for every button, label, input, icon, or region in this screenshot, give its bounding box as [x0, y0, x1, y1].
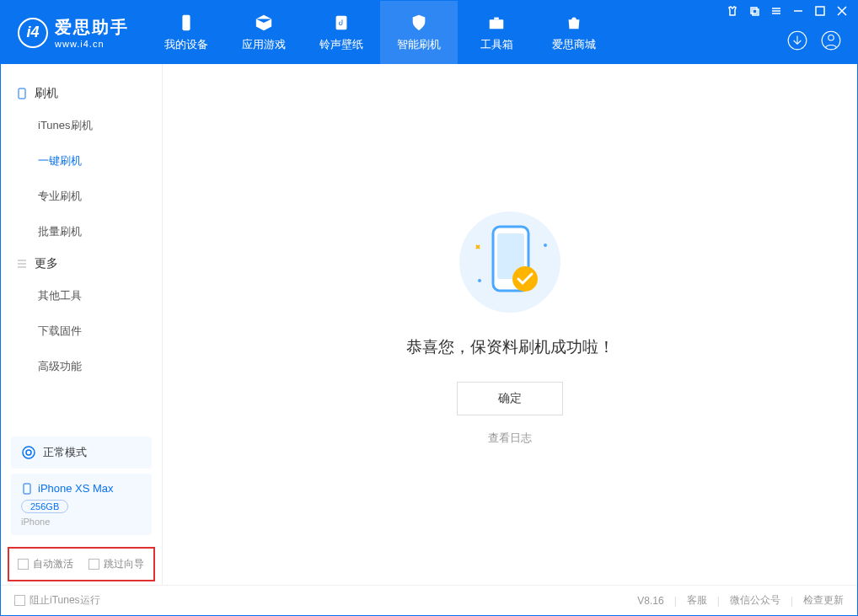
phone-small-icon — [21, 483, 33, 495]
header-right — [786, 29, 842, 51]
download-icon[interactable] — [786, 29, 808, 51]
phone-icon — [177, 13, 196, 32]
svg-rect-0 — [182, 14, 190, 29]
app-logo-icon: i4 — [18, 18, 48, 48]
window-controls — [727, 6, 847, 16]
sidebar-item-advanced[interactable]: 高级功能 — [1, 349, 162, 384]
sidebar-item-other-tools[interactable]: 其他工具 — [1, 278, 162, 313]
tab-apps-games[interactable]: 应用游戏 — [225, 1, 303, 64]
titlebar: i4 爱思助手 www.i4.cn 我的设备 应用游戏 铃声壁纸 智能刷机 工具… — [1, 1, 857, 64]
logo: i4 爱思助手 www.i4.cn — [18, 16, 129, 49]
group-title-label: 刷机 — [35, 86, 58, 101]
tab-label: 铃声壁纸 — [319, 37, 363, 52]
layers-icon[interactable] — [749, 6, 759, 16]
svg-point-5 — [829, 35, 834, 40]
close-icon[interactable] — [837, 6, 847, 16]
version-label: V8.16 — [637, 595, 663, 607]
svg-rect-8 — [816, 7, 824, 15]
device-type: iPhone — [21, 517, 142, 527]
tab-label: 爱思商城 — [552, 37, 596, 52]
shield-refresh-icon — [410, 13, 428, 32]
group-title-label: 更多 — [35, 256, 58, 271]
sidebar-group-flash: 刷机 — [1, 79, 162, 108]
minimize-icon[interactable] — [793, 6, 803, 16]
footer-link-support[interactable]: 客服 — [687, 593, 707, 608]
cube-icon — [255, 13, 273, 32]
checkbox-box-icon — [14, 595, 25, 606]
sidebar-item-download-firmware[interactable]: 下载固件 — [1, 313, 162, 349]
svg-rect-1 — [336, 15, 347, 29]
footer-link-update[interactable]: 检查更新 — [803, 593, 844, 608]
sidebar-item-batch-flash[interactable]: 批量刷机 — [1, 214, 162, 249]
options-row: 自动激活 跳过向导 — [8, 547, 155, 581]
app-name: 爱思助手 — [55, 16, 129, 39]
sync-icon — [21, 445, 36, 460]
sidebar-item-itunes-flash[interactable]: iTunes刷机 — [1, 108, 162, 143]
checkbox-label: 自动激活 — [33, 557, 73, 571]
success-message: 恭喜您，保资料刷机成功啦！ — [406, 336, 614, 358]
mode-label: 正常模式 — [43, 445, 87, 460]
sidebar-group-more: 更多 — [1, 249, 162, 278]
tab-label: 我的设备 — [164, 37, 208, 52]
checkbox-block-itunes[interactable]: 阻止iTunes运行 — [14, 593, 100, 608]
maximize-icon[interactable] — [815, 6, 825, 16]
ok-button[interactable]: 确定 — [457, 382, 563, 415]
sidebar-item-pro-flash[interactable]: 专业刷机 — [1, 179, 162, 214]
music-file-icon — [332, 13, 351, 32]
menu-icon[interactable] — [771, 6, 781, 16]
tab-ringtones-wallpapers[interactable]: 铃声壁纸 — [303, 1, 380, 64]
briefcase-icon — [487, 13, 506, 32]
tab-my-device[interactable]: 我的设备 — [147, 1, 225, 64]
svg-rect-7 — [753, 9, 759, 15]
tab-label: 智能刷机 — [397, 37, 441, 52]
app-website: www.i4.cn — [55, 39, 129, 49]
main-panel: 恭喜您，保资料刷机成功啦！ 确定 查看日志 — [163, 64, 857, 585]
footer-link-wechat[interactable]: 微信公众号 — [730, 593, 780, 608]
tab-toolbox[interactable]: 工具箱 — [458, 1, 535, 64]
device-box[interactable]: iPhone XS Max 256GB iPhone — [11, 474, 152, 535]
tab-label: 工具箱 — [480, 37, 513, 52]
svg-point-10 — [23, 447, 35, 458]
statusbar: 阻止iTunes运行 V8.16 | 客服 | 微信公众号 | 检查更新 — [1, 585, 857, 615]
success-illustration — [451, 203, 569, 321]
tab-smart-flash[interactable]: 智能刷机 — [380, 1, 458, 64]
checkbox-label: 跳过向导 — [104, 557, 144, 571]
device-name: iPhone XS Max — [38, 482, 114, 495]
phone-outline-icon — [16, 88, 28, 99]
tab-label: 应用游戏 — [242, 37, 286, 52]
checkbox-box-icon — [88, 559, 99, 570]
svg-point-17 — [478, 279, 481, 282]
svg-rect-9 — [19, 88, 25, 99]
nav-tabs: 我的设备 应用游戏 铃声壁纸 智能刷机 工具箱 爱思商城 — [147, 1, 613, 64]
svg-rect-2 — [490, 19, 504, 29]
device-name-row: iPhone XS Max — [21, 482, 142, 495]
user-icon[interactable] — [820, 29, 842, 51]
device-capacity: 256GB — [21, 500, 68, 513]
checkbox-skip-guide[interactable]: 跳过向导 — [88, 557, 144, 571]
checkbox-box-icon — [18, 559, 29, 570]
svg-rect-11 — [24, 484, 30, 494]
svg-point-16 — [544, 244, 547, 247]
list-icon — [16, 258, 28, 270]
sidebar-item-oneclick-flash[interactable]: 一键刷机 — [1, 143, 162, 179]
tab-store[interactable]: 爱思商城 — [535, 1, 613, 64]
svg-rect-6 — [751, 8, 757, 13]
checkbox-auto-activate[interactable]: 自动激活 — [18, 557, 73, 571]
view-log-link[interactable]: 查看日志 — [488, 431, 532, 446]
shirt-icon[interactable] — [727, 6, 737, 16]
checkbox-label: 阻止iTunes运行 — [29, 593, 100, 608]
bag-icon — [565, 13, 583, 32]
mode-box[interactable]: 正常模式 — [11, 437, 152, 469]
sidebar: 刷机 iTunes刷机 一键刷机 专业刷机 批量刷机 更多 其他工具 下载固件 … — [1, 64, 163, 585]
